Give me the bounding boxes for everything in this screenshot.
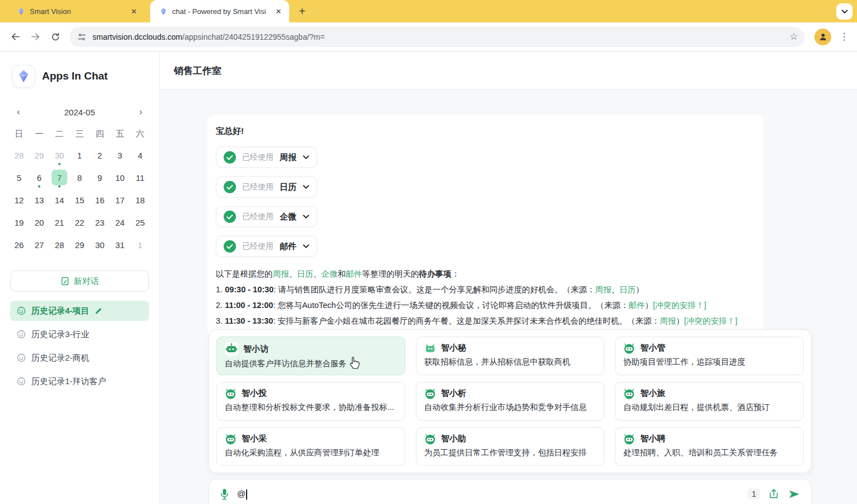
tab-search-button[interactable] xyxy=(836,3,853,20)
chat-input-bar[interactable]: @ 1 xyxy=(209,479,812,504)
message-input[interactable]: @ xyxy=(237,489,247,500)
pill-status-label: 已经使用 xyxy=(242,182,274,192)
edit-pencil-icon[interactable] xyxy=(95,307,103,315)
mic-icon[interactable] xyxy=(220,488,229,500)
agent-card[interactable]: 智小析自动收集并分析行业市场趋势和竞争对手信息 xyxy=(416,382,605,421)
tab-close-icon[interactable]: ✕ xyxy=(129,6,139,16)
calendar-day[interactable]: 16 xyxy=(90,189,110,211)
tab-close-icon[interactable]: ✕ xyxy=(274,6,284,16)
site-info-tune-icon[interactable] xyxy=(77,32,86,41)
agent-card[interactable]: 智小采自动化采购流程，从供应商管理到订单处理 xyxy=(216,427,405,466)
used-tool-pill[interactable]: 已经使用周报 xyxy=(216,147,317,168)
calendar-day[interactable]: 18 xyxy=(130,189,150,211)
calendar-day-number: 9 xyxy=(92,170,108,185)
url-text[interactable]: smartvision.dcclouds.com/appsinchat/2404… xyxy=(92,32,785,41)
history-item[interactable]: 历史记录2-商机 xyxy=(10,348,149,368)
used-tool-pill[interactable]: 已经使用邮件 xyxy=(216,236,317,257)
calendar-day-number: 29 xyxy=(31,147,47,163)
calendar-day[interactable]: 13 xyxy=(29,189,49,211)
browser-menu-kebab-icon[interactable]: ⋮ xyxy=(837,29,851,45)
history-item[interactable]: 历史记录4-项目 xyxy=(10,301,149,321)
forward-icon xyxy=(30,31,41,42)
source-link[interactable]: 周报 xyxy=(273,269,289,278)
calendar-day[interactable]: 23 xyxy=(90,211,110,234)
text-segment: ： xyxy=(452,269,460,278)
chevron-down-icon[interactable] xyxy=(303,185,309,189)
agent-card[interactable]: 智小聘处理招聘、入职、培训和员工关系管理任务 xyxy=(615,427,804,466)
calendar-next-button[interactable]: › xyxy=(137,106,145,118)
source-link[interactable]: 周报 xyxy=(595,285,612,294)
calendar-day[interactable]: 14 xyxy=(49,189,70,211)
source-link[interactable]: 周报 xyxy=(660,316,676,325)
send-icon[interactable] xyxy=(787,489,801,500)
calendar-day[interactable]: 30 xyxy=(90,234,110,256)
agent-card[interactable]: 智小访自动提供客户拜访信息并整合服务 xyxy=(216,337,405,375)
bookmark-star-icon[interactable]: ☆ xyxy=(785,29,802,45)
calendar-day[interactable]: 29 xyxy=(29,144,49,166)
source-link[interactable]: 邮件 xyxy=(346,269,362,278)
agent-card[interactable]: 智小秘获取招标信息，并从招标信息中获取商机 xyxy=(416,337,605,375)
used-tool-pill[interactable]: 已经使用企微 xyxy=(216,206,317,227)
calendar-day[interactable]: 5 xyxy=(9,166,29,189)
calendar-day[interactable]: 6 xyxy=(29,166,49,189)
calendar-day[interactable]: 28 xyxy=(49,234,70,256)
back-button[interactable] xyxy=(6,27,25,46)
browser-tab-smart-vision[interactable]: Smart Vision ✕ xyxy=(8,0,145,22)
calendar-day[interactable]: 30 xyxy=(49,144,70,166)
calendar-day[interactable]: 29 xyxy=(70,234,90,256)
source-link[interactable]: 日历 xyxy=(297,269,313,278)
calendar-day-number: 25 xyxy=(132,214,148,230)
agent-card[interactable]: 智小投自动整理和分析投标文件要求，协助准备投标... xyxy=(216,382,405,421)
conflict-flag: [冲突的安排！] xyxy=(684,316,737,325)
calendar-day[interactable]: 9 xyxy=(90,166,110,189)
source-link[interactable]: 日历 xyxy=(619,285,636,294)
chevron-down-icon[interactable] xyxy=(303,244,309,249)
source-link[interactable]: 企微 xyxy=(322,269,338,278)
forward-button[interactable] xyxy=(26,27,45,46)
new-chat-button[interactable]: 新对话 xyxy=(10,270,149,292)
reload-button[interactable] xyxy=(46,27,65,46)
calendar-day[interactable]: 1 xyxy=(70,144,90,166)
robot-round-robot-icon xyxy=(424,433,436,445)
calendar-day[interactable]: 24 xyxy=(110,211,130,234)
calendar-day[interactable]: 12 xyxy=(9,189,29,211)
profile-avatar[interactable] xyxy=(814,29,831,45)
url-bar[interactable]: smartvision.dcclouds.com/appsinchat/2404… xyxy=(70,27,804,47)
check-circle-icon xyxy=(224,181,236,193)
chevron-down-icon[interactable] xyxy=(303,214,309,219)
avatar-person-icon xyxy=(818,32,828,41)
calendar-day[interactable]: 26 xyxy=(9,234,29,256)
calendar-day[interactable]: 27 xyxy=(29,234,49,256)
agent-card[interactable]: 智小旅自动规划出差日程，提供机票、酒店预订 xyxy=(615,382,804,421)
calendar-day[interactable]: 21 xyxy=(49,211,70,234)
agent-card[interactable]: 智小助为员工提供日常工作管理支持，包括日程安排 xyxy=(416,427,605,466)
calendar-day[interactable]: 25 xyxy=(130,211,150,234)
used-tool-pill[interactable]: 已经使用日历 xyxy=(216,176,317,198)
calendar-day[interactable]: 31 xyxy=(110,234,130,256)
browser-tab-chat[interactable]: chat - Powered by Smart Visi ✕ xyxy=(150,0,289,22)
calendar-day[interactable]: 28 xyxy=(9,144,29,166)
calendar-day[interactable]: 7 xyxy=(49,166,70,189)
new-tab-button[interactable]: + xyxy=(295,4,309,18)
message-count-badge[interactable]: 1 xyxy=(748,488,760,500)
source-link[interactable]: 邮件 xyxy=(628,301,645,310)
calendar-day[interactable]: 10 xyxy=(110,166,130,189)
calendar-day[interactable]: 17 xyxy=(110,189,130,211)
calendar-day[interactable]: 3 xyxy=(110,144,130,166)
history-item[interactable]: 历史记录3-行业 xyxy=(10,324,149,344)
calendar-prev-button[interactable]: ‹ xyxy=(15,106,22,118)
agent-card[interactable]: 智小管协助项目管理工作，追踪项目进度 xyxy=(615,337,804,375)
calendar-day[interactable]: 19 xyxy=(9,211,29,234)
chevron-down-icon[interactable] xyxy=(303,155,309,160)
calendar-day[interactable]: 22 xyxy=(70,211,90,234)
calendar-day[interactable]: 4 xyxy=(130,144,150,166)
calendar-day[interactable]: 15 xyxy=(70,189,90,211)
share-upload-icon[interactable] xyxy=(768,488,779,500)
calendar-day[interactable]: 2 xyxy=(90,144,110,166)
calendar-day[interactable]: 11 xyxy=(130,166,150,189)
calendar-day[interactable]: 1 xyxy=(130,234,150,256)
calendar-day[interactable]: 20 xyxy=(29,211,49,234)
history-item[interactable]: 历史记录1-拜访客户 xyxy=(10,371,149,391)
calendar-day[interactable]: 8 xyxy=(70,166,90,189)
page-title: 销售工作室 xyxy=(174,64,221,77)
